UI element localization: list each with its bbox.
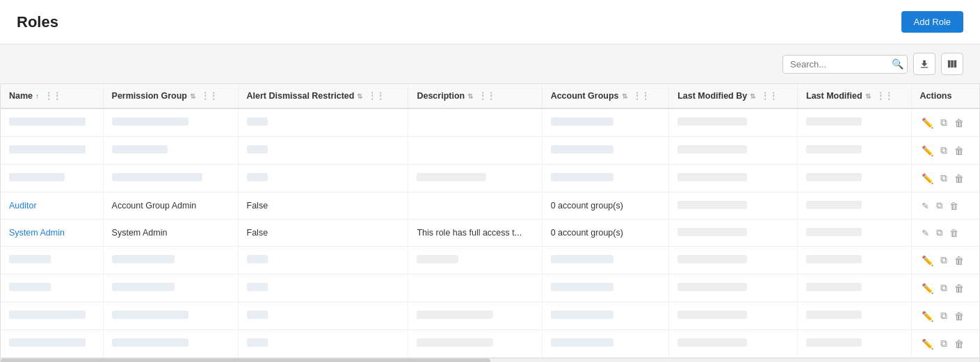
col-name[interactable]: Name ↑ ⋮⋮ (1, 84, 103, 108)
edit-icon[interactable]: ✏️ (920, 281, 935, 295)
col-last-modified[interactable]: Last Modified ⇅ ⋮⋮ (798, 84, 912, 108)
edit-icon[interactable]: ✎ (920, 227, 931, 240)
edit-icon[interactable]: ✏️ (920, 172, 935, 186)
col-pg-label: Permission Group (112, 91, 187, 101)
svg-rect-1 (948, 60, 951, 68)
name-cell (1, 165, 103, 192)
ag-cell (542, 165, 669, 192)
search-icon[interactable]: 🔍 (892, 58, 903, 69)
delete-icon[interactable]: 🗑 (953, 254, 965, 268)
copy-icon[interactable]: ⧉ (939, 171, 949, 186)
name-cell: System Admin (1, 220, 103, 247)
col-description[interactable]: Description ⇅ ⋮⋮ (408, 84, 542, 108)
header-row: Name ↑ ⋮⋮ Permission Group ⇅ ⋮⋮ Alert Di… (1, 84, 979, 108)
edit-icon[interactable]: ✏️ (920, 116, 935, 130)
col-permission-group[interactable]: Permission Group ⇅ ⋮⋮ (103, 84, 238, 108)
delete-icon[interactable]: 🗑 (948, 227, 960, 240)
lmb-cell (669, 330, 798, 358)
scrollbar-track[interactable] (1, 358, 979, 362)
copy-icon[interactable]: ⧉ (939, 308, 949, 323)
columns-button[interactable] (941, 53, 963, 75)
lm-cell (798, 137, 912, 165)
col-drag-lm[interactable]: ⋮⋮ (876, 91, 893, 101)
actions-cell: ✏️ ⧉ 🗑 (911, 330, 979, 358)
sort-icon-lmb: ⇅ (750, 92, 755, 100)
search-input[interactable] (782, 55, 908, 74)
col-lmb-label: Last Modified By (677, 91, 747, 101)
table-container: Name ↑ ⋮⋮ Permission Group ⇅ ⋮⋮ Alert Di… (0, 83, 980, 362)
copy-icon[interactable]: ⧉ (935, 199, 944, 213)
lmb-cell (669, 274, 798, 302)
ag-cell: 0 account group(s) (542, 220, 669, 247)
search-wrapper: 🔍 (782, 55, 908, 74)
col-account-groups[interactable]: Account Groups ⇅ ⋮⋮ (542, 84, 669, 108)
actions-cell: ✎ ⧉ 🗑 (911, 220, 979, 247)
edit-icon[interactable]: ✏️ (920, 337, 935, 351)
copy-icon[interactable]: ⧉ (939, 336, 949, 351)
delete-icon[interactable]: 🗑 (953, 281, 965, 295)
role-link[interactable]: System Admin (9, 228, 65, 238)
lm-cell (798, 330, 912, 358)
copy-icon[interactable]: ⧉ (935, 226, 944, 240)
pg-cell (103, 165, 238, 192)
actions-cell: ✏️ ⧉ 🗑 (911, 137, 979, 165)
copy-icon[interactable]: ⧉ (939, 143, 949, 158)
ag-cell (542, 247, 669, 274)
delete-icon[interactable]: 🗑 (948, 199, 960, 213)
lm-cell (798, 165, 912, 192)
col-drag-ag[interactable]: ⋮⋮ (633, 91, 650, 101)
lmb-cell (669, 220, 798, 247)
delete-icon[interactable]: 🗑 (953, 116, 965, 130)
copy-icon[interactable]: ⧉ (939, 281, 949, 295)
col-drag-desc[interactable]: ⋮⋮ (479, 91, 495, 101)
name-cell (1, 274, 103, 302)
copy-icon[interactable]: ⧉ (939, 115, 949, 130)
actions-cell: ✏️ ⧉ 🗑 (911, 302, 979, 330)
add-role-button[interactable]: Add Role (901, 11, 963, 33)
adr-cell (238, 137, 408, 165)
adr-cell (238, 247, 408, 274)
adr-cell: False (238, 192, 408, 220)
edit-icon[interactable]: ✏️ (920, 309, 935, 323)
columns-icon (947, 59, 957, 69)
lm-cell (798, 274, 912, 302)
adr-cell: False (238, 220, 408, 247)
col-drag-lmb[interactable]: ⋮⋮ (761, 91, 778, 101)
table-body: ✏️ ⧉ 🗑 ✏️ ⧉ 🗑 ✏️ ⧉ 🗑 Auditor Accoun (1, 108, 979, 358)
role-link[interactable]: Auditor (9, 201, 37, 211)
lmb-cell (669, 108, 798, 137)
col-drag-adr[interactable]: ⋮⋮ (368, 91, 385, 101)
desc-cell (408, 330, 542, 358)
lm-cell (798, 192, 912, 220)
copy-icon[interactable]: ⧉ (939, 253, 949, 268)
lm-cell (798, 108, 912, 137)
scrollbar-thumb[interactable] (1, 359, 490, 362)
col-drag-pg[interactable]: ⋮⋮ (201, 91, 218, 101)
edit-icon[interactable]: ✏️ (920, 144, 935, 158)
col-drag-name[interactable]: ⋮⋮ (45, 91, 61, 101)
download-icon (919, 59, 929, 69)
col-last-modified-by[interactable]: Last Modified By ⇅ ⋮⋮ (669, 84, 798, 108)
roles-table: Name ↑ ⋮⋮ Permission Group ⇅ ⋮⋮ Alert Di… (1, 84, 979, 358)
delete-icon[interactable]: 🗑 (953, 309, 965, 323)
table-row: ✏️ ⧉ 🗑 (1, 330, 979, 358)
table-row: Auditor Account Group Admin False 0 acco… (1, 192, 979, 220)
download-button[interactable] (913, 53, 935, 75)
table-row: ✏️ ⧉ 🗑 (1, 137, 979, 165)
table-row: ✏️ ⧉ 🗑 (1, 302, 979, 330)
table-row: ✏️ ⧉ 🗑 (1, 274, 979, 302)
edit-icon[interactable]: ✏️ (920, 254, 935, 268)
actions-cell: ✎ ⧉ 🗑 (911, 192, 979, 220)
delete-icon[interactable]: 🗑 (953, 144, 965, 158)
adr-cell (238, 108, 408, 137)
name-cell: Auditor (1, 192, 103, 220)
svg-rect-3 (954, 60, 957, 68)
col-alert-dismissal[interactable]: Alert Dismissal Restricted ⇅ ⋮⋮ (238, 84, 408, 108)
svg-rect-0 (921, 67, 929, 67)
table-row: ✏️ ⧉ 🗑 (1, 108, 979, 137)
col-lm-label: Last Modified (806, 91, 862, 101)
pg-cell (103, 330, 238, 358)
delete-icon[interactable]: 🗑 (953, 337, 965, 351)
delete-icon[interactable]: 🗑 (953, 172, 965, 186)
edit-icon[interactable]: ✎ (920, 199, 931, 213)
